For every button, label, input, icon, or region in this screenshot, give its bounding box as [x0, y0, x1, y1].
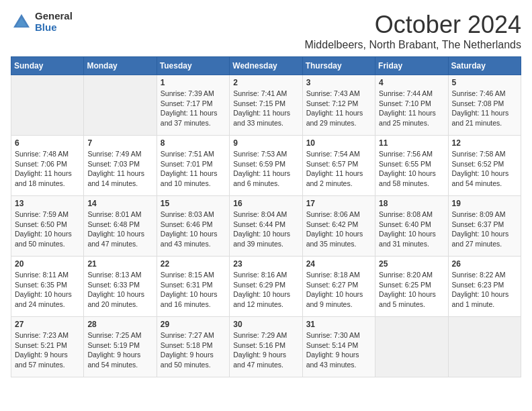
cell-content: Sunrise: 7:41 AM Sunset: 7:15 PM Dayligh…: [233, 89, 298, 128]
cell-content: Sunrise: 8:15 AM Sunset: 6:31 PM Dayligh…: [161, 270, 226, 310]
cell-content: Sunrise: 8:04 AM Sunset: 6:44 PM Dayligh…: [233, 210, 298, 249]
day-number: 4: [379, 78, 444, 87]
day-number: 5: [452, 78, 517, 87]
calendar-week-row: 27Sunrise: 7:23 AM Sunset: 5:21 PM Dayli…: [11, 317, 521, 377]
day-number: 19: [452, 199, 517, 208]
cell-content: Sunrise: 8:20 AM Sunset: 6:25 PM Dayligh…: [379, 270, 444, 310]
cell-content: Sunrise: 7:58 AM Sunset: 6:52 PM Dayligh…: [452, 149, 517, 189]
day-header-saturday: Saturday: [448, 57, 521, 75]
calendar-week-row: 13Sunrise: 7:59 AM Sunset: 6:50 PM Dayli…: [11, 196, 521, 257]
cell-content: Sunrise: 7:25 AM Sunset: 5:19 PM Dayligh…: [87, 330, 152, 370]
cell-content: Sunrise: 7:51 AM Sunset: 7:01 PM Dayligh…: [161, 149, 226, 189]
calendar-cell: [11, 75, 84, 136]
cell-content: Sunrise: 8:11 AM Sunset: 6:35 PM Dayligh…: [15, 270, 80, 310]
day-number: 9: [233, 138, 298, 148]
day-number: 7: [87, 138, 152, 148]
calendar-cell: 18Sunrise: 8:08 AM Sunset: 6:40 PM Dayli…: [375, 196, 448, 257]
cell-content: Sunrise: 7:53 AM Sunset: 6:59 PM Dayligh…: [233, 149, 298, 189]
calendar-cell: 16Sunrise: 8:04 AM Sunset: 6:44 PM Dayli…: [230, 196, 302, 257]
month-title: October 2024: [304, 11, 521, 39]
day-number: 20: [15, 259, 80, 269]
calendar-week-row: 20Sunrise: 8:11 AM Sunset: 6:35 PM Dayli…: [11, 257, 521, 317]
cell-content: Sunrise: 8:18 AM Sunset: 6:27 PM Dayligh…: [306, 270, 371, 310]
day-number: 11: [379, 138, 444, 148]
calendar-cell: 8Sunrise: 7:51 AM Sunset: 7:01 PM Daylig…: [157, 136, 229, 196]
cell-content: Sunrise: 8:06 AM Sunset: 6:42 PM Dayligh…: [306, 210, 371, 249]
calendar-week-row: 1Sunrise: 7:39 AM Sunset: 7:17 PM Daylig…: [11, 75, 521, 136]
logo-icon: [11, 11, 32, 33]
calendar-cell: 12Sunrise: 7:58 AM Sunset: 6:52 PM Dayli…: [448, 136, 521, 196]
day-header-wednesday: Wednesday: [230, 57, 302, 75]
location-title: Middelbeers, North Brabant, The Netherla…: [304, 39, 521, 51]
calendar-cell: 26Sunrise: 8:22 AM Sunset: 6:23 PM Dayli…: [448, 257, 521, 317]
cell-content: Sunrise: 7:27 AM Sunset: 5:18 PM Dayligh…: [161, 330, 226, 370]
cell-content: Sunrise: 8:01 AM Sunset: 6:48 PM Dayligh…: [87, 210, 152, 249]
cell-content: Sunrise: 7:29 AM Sunset: 5:16 PM Dayligh…: [233, 330, 298, 370]
logo: General Blue: [11, 11, 73, 33]
day-number: 6: [15, 138, 80, 148]
cell-content: Sunrise: 7:23 AM Sunset: 5:21 PM Dayligh…: [15, 330, 80, 370]
calendar-cell: 30Sunrise: 7:29 AM Sunset: 5:16 PM Dayli…: [230, 317, 302, 377]
day-header-thursday: Thursday: [302, 57, 375, 75]
calendar-cell: [84, 75, 157, 136]
cell-content: Sunrise: 8:03 AM Sunset: 6:46 PM Dayligh…: [161, 210, 226, 249]
day-number: 1: [161, 78, 226, 87]
day-number: 27: [15, 320, 80, 329]
logo-blue-text: Blue: [35, 22, 73, 34]
calendar-cell: [448, 317, 521, 377]
calendar-cell: [375, 317, 448, 377]
calendar-cell: 23Sunrise: 8:16 AM Sunset: 6:29 PM Dayli…: [230, 257, 302, 317]
day-number: 31: [306, 320, 371, 329]
day-number: 18: [379, 199, 444, 208]
calendar-cell: 13Sunrise: 7:59 AM Sunset: 6:50 PM Dayli…: [11, 196, 84, 257]
cell-content: Sunrise: 7:56 AM Sunset: 6:55 PM Dayligh…: [379, 149, 444, 189]
day-number: 16: [233, 199, 298, 208]
calendar-cell: 6Sunrise: 7:48 AM Sunset: 7:06 PM Daylig…: [11, 136, 84, 196]
cell-content: Sunrise: 7:49 AM Sunset: 7:03 PM Dayligh…: [87, 149, 152, 189]
day-number: 28: [87, 320, 152, 329]
day-number: 2: [233, 78, 298, 87]
calendar-cell: 5Sunrise: 7:46 AM Sunset: 7:08 PM Daylig…: [448, 75, 521, 136]
cell-content: Sunrise: 8:13 AM Sunset: 6:33 PM Dayligh…: [87, 270, 152, 310]
calendar-cell: 21Sunrise: 8:13 AM Sunset: 6:33 PM Dayli…: [84, 257, 157, 317]
calendar-cell: 19Sunrise: 8:09 AM Sunset: 6:37 PM Dayli…: [448, 196, 521, 257]
logo-general-text: General: [35, 11, 73, 22]
title-area: October 2024 Middelbeers, North Brabant,…: [304, 11, 521, 51]
header: General Blue October 2024 Middelbeers, N…: [11, 11, 521, 51]
calendar-cell: 25Sunrise: 8:20 AM Sunset: 6:25 PM Dayli…: [375, 257, 448, 317]
day-number: 13: [15, 199, 80, 208]
cell-content: Sunrise: 7:48 AM Sunset: 7:06 PM Dayligh…: [15, 149, 80, 189]
day-number: 26: [452, 259, 517, 269]
calendar-cell: 22Sunrise: 8:15 AM Sunset: 6:31 PM Dayli…: [157, 257, 229, 317]
day-number: 22: [161, 259, 226, 269]
day-number: 14: [87, 199, 152, 208]
calendar-cell: 10Sunrise: 7:54 AM Sunset: 6:57 PM Dayli…: [302, 136, 375, 196]
day-number: 3: [306, 78, 371, 87]
calendar-cell: 7Sunrise: 7:49 AM Sunset: 7:03 PM Daylig…: [84, 136, 157, 196]
day-header-sunday: Sunday: [11, 57, 84, 75]
logo-text: General Blue: [35, 11, 73, 33]
cell-content: Sunrise: 7:30 AM Sunset: 5:14 PM Dayligh…: [306, 330, 371, 370]
calendar-cell: 9Sunrise: 7:53 AM Sunset: 6:59 PM Daylig…: [230, 136, 302, 196]
cell-content: Sunrise: 8:16 AM Sunset: 6:29 PM Dayligh…: [233, 270, 298, 310]
cell-content: Sunrise: 7:43 AM Sunset: 7:12 PM Dayligh…: [306, 89, 371, 128]
calendar-cell: 28Sunrise: 7:25 AM Sunset: 5:19 PM Dayli…: [84, 317, 157, 377]
day-number: 17: [306, 199, 371, 208]
cell-content: Sunrise: 7:46 AM Sunset: 7:08 PM Dayligh…: [452, 89, 517, 128]
calendar-table: SundayMondayTuesdayWednesdayThursdayFrid…: [11, 56, 521, 377]
cell-content: Sunrise: 8:22 AM Sunset: 6:23 PM Dayligh…: [452, 270, 517, 310]
cell-content: Sunrise: 8:09 AM Sunset: 6:37 PM Dayligh…: [452, 210, 517, 249]
day-number: 10: [306, 138, 371, 148]
calendar-cell: 1Sunrise: 7:39 AM Sunset: 7:17 PM Daylig…: [157, 75, 229, 136]
calendar-cell: 29Sunrise: 7:27 AM Sunset: 5:18 PM Dayli…: [157, 317, 229, 377]
cell-content: Sunrise: 7:54 AM Sunset: 6:57 PM Dayligh…: [306, 149, 371, 189]
calendar-cell: 15Sunrise: 8:03 AM Sunset: 6:46 PM Dayli…: [157, 196, 229, 257]
cell-content: Sunrise: 7:59 AM Sunset: 6:50 PM Dayligh…: [15, 210, 80, 249]
day-header-friday: Friday: [375, 57, 448, 75]
calendar-cell: 11Sunrise: 7:56 AM Sunset: 6:55 PM Dayli…: [375, 136, 448, 196]
calendar-cell: 4Sunrise: 7:44 AM Sunset: 7:10 PM Daylig…: [375, 75, 448, 136]
day-number: 23: [233, 259, 298, 269]
cell-content: Sunrise: 7:44 AM Sunset: 7:10 PM Dayligh…: [379, 89, 444, 128]
calendar-cell: 2Sunrise: 7:41 AM Sunset: 7:15 PM Daylig…: [230, 75, 302, 136]
calendar-week-row: 6Sunrise: 7:48 AM Sunset: 7:06 PM Daylig…: [11, 136, 521, 196]
